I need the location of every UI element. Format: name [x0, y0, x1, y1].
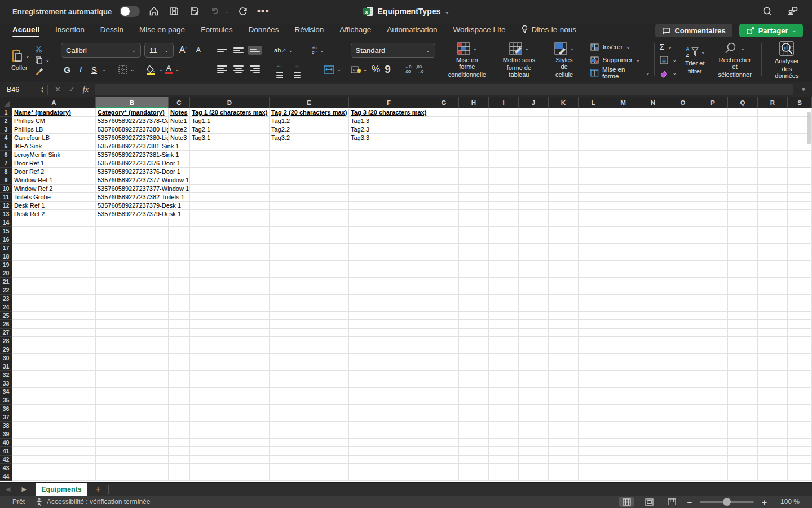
cell-C31[interactable]: [169, 362, 190, 371]
row-header-4[interactable]: 4: [0, 134, 12, 142]
cell-C24[interactable]: [169, 303, 190, 312]
cell-B19[interactable]: [96, 261, 169, 269]
cell-E19[interactable]: [270, 261, 349, 269]
cell-Q19[interactable]: [728, 261, 758, 269]
cell-A23[interactable]: [12, 295, 96, 303]
cell-N4[interactable]: [638, 134, 668, 142]
cell-B20[interactable]: [96, 269, 169, 278]
tab-donn-es[interactable]: Données: [248, 23, 279, 38]
cell-D29[interactable]: [190, 345, 270, 354]
cell-L44[interactable]: [579, 472, 608, 481]
cell-J33[interactable]: [519, 379, 549, 388]
cell-E4[interactable]: Tag3.2: [270, 134, 349, 142]
cell-R44[interactable]: [758, 472, 788, 481]
cell-M38[interactable]: [608, 422, 638, 430]
cell-S42[interactable]: [788, 456, 812, 464]
cell-N9[interactable]: [638, 176, 668, 185]
cell-P19[interactable]: [698, 261, 728, 269]
cell-G17[interactable]: [429, 244, 459, 252]
cell-E26[interactable]: [270, 320, 349, 329]
cell-D1[interactable]: Tag 1 (20 characters max): [190, 108, 270, 117]
cell-O4[interactable]: [668, 134, 698, 142]
cell-J20[interactable]: [519, 269, 549, 278]
cell-R8[interactable]: [758, 168, 788, 176]
cell-Q3[interactable]: [728, 125, 758, 134]
cell-G38[interactable]: [429, 422, 459, 430]
cell-K29[interactable]: [549, 345, 579, 354]
cell-Q27[interactable]: [728, 329, 758, 337]
cell-L4[interactable]: [579, 134, 608, 142]
cell-M8[interactable]: [608, 168, 638, 176]
cell-R19[interactable]: [758, 261, 788, 269]
cell-I9[interactable]: [489, 176, 519, 185]
cell-S39[interactable]: [788, 430, 812, 439]
tab-accueil[interactable]: Accueil: [12, 23, 39, 38]
cell-E36[interactable]: [270, 405, 349, 413]
cell-P24[interactable]: [698, 303, 728, 312]
cell-O10[interactable]: [668, 185, 698, 193]
cell-E15[interactable]: [270, 227, 349, 235]
cell-R38[interactable]: [758, 422, 788, 430]
cell-G26[interactable]: [429, 320, 459, 329]
cell-G43[interactable]: [429, 464, 459, 472]
cell-O29[interactable]: [668, 345, 698, 354]
cell-P18[interactable]: [698, 252, 728, 261]
row-header-24[interactable]: 24: [0, 303, 12, 312]
cell-Q36[interactable]: [728, 405, 758, 413]
cell-R21[interactable]: [758, 278, 788, 286]
align-bottom-button[interactable]: [248, 46, 262, 55]
cell-I13[interactable]: [489, 210, 519, 218]
cell-N34[interactable]: [638, 388, 668, 396]
percent-style-button[interactable]: %: [372, 64, 380, 75]
cell-F13[interactable]: [349, 210, 429, 218]
row-header-18[interactable]: 18: [0, 252, 12, 261]
cell-Q35[interactable]: [728, 396, 758, 405]
cell-E38[interactable]: [270, 422, 349, 430]
name-box[interactable]: B46: [0, 82, 37, 97]
cell-G22[interactable]: [429, 286, 459, 295]
cell-I23[interactable]: [489, 295, 519, 303]
cell-P43[interactable]: [698, 464, 728, 472]
row-header-32[interactable]: 32: [0, 371, 12, 379]
increase-indent-button[interactable]: →: [292, 56, 307, 82]
cell-L35[interactable]: [579, 396, 608, 405]
cell-styles-button[interactable]: ⌄ Styles decellule: [549, 41, 580, 79]
cell-I21[interactable]: [489, 278, 519, 286]
cell-F20[interactable]: [349, 269, 429, 278]
row-header-2[interactable]: 2: [0, 117, 12, 125]
cell-N5[interactable]: [638, 142, 668, 151]
cell-R41[interactable]: [758, 447, 788, 456]
cell-D25[interactable]: [190, 312, 270, 320]
cell-R2[interactable]: [758, 117, 788, 125]
cell-R28[interactable]: [758, 337, 788, 345]
cell-R6[interactable]: [758, 151, 788, 159]
cell-B30[interactable]: [96, 354, 169, 362]
cell-P4[interactable]: [698, 134, 728, 142]
cell-G35[interactable]: [429, 396, 459, 405]
cell-Q37[interactable]: [728, 413, 758, 422]
cell-L21[interactable]: [579, 278, 608, 286]
cell-B37[interactable]: [96, 413, 169, 422]
cell-N22[interactable]: [638, 286, 668, 295]
cell-B16[interactable]: [96, 235, 169, 244]
cell-G20[interactable]: [429, 269, 459, 278]
cell-E10[interactable]: [270, 185, 349, 193]
cell-O44[interactable]: [668, 472, 698, 481]
cell-I24[interactable]: [489, 303, 519, 312]
cell-C17[interactable]: [169, 244, 190, 252]
comma-style-button[interactable]: 9: [385, 67, 391, 72]
cell-G8[interactable]: [429, 168, 459, 176]
cell-H23[interactable]: [459, 295, 489, 303]
autosum-button[interactable]: Σ⌄: [659, 41, 677, 52]
cell-O13[interactable]: [668, 210, 698, 218]
row-header-11[interactable]: 11: [0, 193, 12, 202]
cell-P44[interactable]: [698, 472, 728, 481]
cell-R24[interactable]: [758, 303, 788, 312]
font-color-button[interactable]: A ⌄: [165, 65, 180, 74]
cell-N3[interactable]: [638, 125, 668, 134]
row-header-43[interactable]: 43: [0, 464, 12, 472]
cell-Q11[interactable]: [728, 193, 758, 202]
cell-A13[interactable]: Desk Ref 2: [12, 210, 96, 218]
cell-D7[interactable]: [190, 159, 270, 168]
cell-M9[interactable]: [608, 176, 638, 185]
